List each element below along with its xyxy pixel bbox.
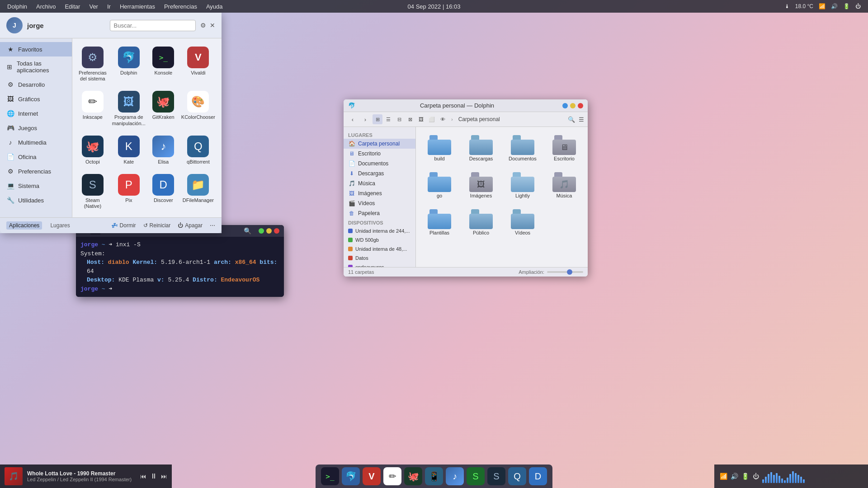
sidebar-descargas[interactable]: ⬇ Descargas <box>344 169 415 178</box>
detail-view-btn[interactable]: ⊟ <box>394 114 404 124</box>
sidebar-item-desarrollo[interactable]: ⚙ Desarrollo <box>0 77 72 92</box>
folder-publico[interactable]: Público <box>462 206 500 239</box>
menu-archivo[interactable]: Archivo <box>36 3 56 10</box>
tab-aplicaciones[interactable]: Aplicaciones <box>6 221 42 230</box>
sidebar-carpeta-personal[interactable]: 🏠 Carpeta personal <box>344 139 415 149</box>
konsole-search-icon[interactable]: 🔍 <box>244 227 251 235</box>
taskbar-steam[interactable]: S <box>487 467 505 485</box>
restart-button[interactable]: ↺ Reiniciar <box>143 222 171 229</box>
sidebar-endeavouros1[interactable]: endeavouros <box>344 263 415 267</box>
app-elisa[interactable]: ♪ Elisa <box>148 131 179 169</box>
dolphin-menu-btn[interactable]: ☰ <box>579 116 584 123</box>
sidebar-videos[interactable]: 🎬 Vídeos <box>344 198 415 208</box>
sys-icon-sound[interactable]: 🔊 <box>730 473 739 480</box>
more-button[interactable]: ⋯ <box>210 222 215 229</box>
sys-icon-power[interactable]: ⏻ <box>751 473 760 480</box>
sidebar-item-internet[interactable]: 🌐 Internet <box>0 106 72 121</box>
folder-plantillas[interactable]: Plantillas <box>420 206 458 239</box>
preview-btn[interactable]: 🖼 <box>416 114 426 124</box>
menu-ir[interactable]: Ir <box>107 3 111 10</box>
zoom-slider[interactable] <box>547 271 583 273</box>
taskbar-vivaldi[interactable]: V <box>363 467 381 485</box>
taskbar-qbit[interactable]: Q <box>508 467 526 485</box>
dolphin-btn-yellow[interactable] <box>570 103 576 108</box>
app-gitkraken[interactable]: 🐙 GitKraken <box>148 86 179 131</box>
sidebar-item-oficina[interactable]: 📄 Oficina <box>0 150 72 164</box>
app-dfilemanager[interactable]: 📁 DFileManager <box>179 169 218 214</box>
sidebar-imagenes[interactable]: 🖼 Imágenes <box>344 188 415 198</box>
dolphin-btn-blue[interactable] <box>562 103 568 108</box>
folder-imagenes[interactable]: 🖼 Imágenes <box>462 169 500 202</box>
compact-view-btn[interactable]: ⊠ <box>405 114 415 124</box>
app-manip[interactable]: 🖼 Programa de manipulación... <box>109 86 148 131</box>
sidebar-item-preferencias[interactable]: ⚙ Preferencias <box>0 164 72 178</box>
sidebar-documentos[interactable]: 📄 Documentos <box>344 159 415 169</box>
sidebar-item-favoritos[interactable]: ★ Favoritos <box>0 42 72 56</box>
app-dolphin[interactable]: 🐬 Dolphin <box>109 42 148 86</box>
sys-icon-battery[interactable]: 🔋 <box>741 473 750 480</box>
sidebar-item-juegos[interactable]: 🎮 Juegos <box>0 121 72 135</box>
app-steam[interactable]: S Steam (Native) <box>76 169 109 214</box>
close-kicker-icon[interactable]: ✕ <box>210 22 215 29</box>
nav-back-btn[interactable]: ‹ <box>347 114 358 125</box>
icon-view-btn[interactable]: ⊞ <box>373 114 382 124</box>
menu-app-name[interactable]: Dolphin <box>7 3 27 10</box>
app-qbittorrent[interactable]: Q qBittorrent <box>179 131 218 169</box>
folder-escritorio[interactable]: 🖥 Escritorio <box>545 131 583 165</box>
app-discover[interactable]: D Discover <box>148 169 179 214</box>
terminal-btn[interactable]: 👁 <box>438 114 448 124</box>
app-octopi[interactable]: 🐙 Octopi <box>76 131 109 169</box>
sys-icon-network[interactable]: 📶 <box>719 473 728 480</box>
sidebar-disk1[interactable]: Unidad interna de 244,... <box>344 226 415 235</box>
taskbar-dolphin[interactable]: 🐬 <box>342 467 360 485</box>
folder-musica[interactable]: 🎵 Música <box>545 169 583 202</box>
menu-ver[interactable]: Ver <box>89 3 98 10</box>
taskbar-spotify[interactable]: S <box>467 467 485 485</box>
app-prefs-sistema[interactable]: ⚙ Preferencias del sistema <box>76 42 109 86</box>
app-vivaldi[interactable]: V Vivaldi <box>179 42 218 86</box>
sidebar-disk3[interactable]: Unidad interna de 48,... <box>344 244 415 253</box>
menu-editar[interactable]: Editar <box>65 3 80 10</box>
sidebar-musica[interactable]: 🎵 Música <box>344 178 415 188</box>
menu-herramientas[interactable]: Herramientas <box>120 3 155 10</box>
sidebar-datos[interactable]: Datos <box>344 253 415 263</box>
folder-documentos[interactable]: Documentos <box>504 131 542 165</box>
app-konsole[interactable]: >_ Konsole <box>148 42 179 86</box>
sidebar-escritorio[interactable]: 🖥 Escritorio <box>344 149 415 159</box>
dolphin-btn-red[interactable] <box>578 103 583 108</box>
taskbar-gitkraken[interactable]: 🐙 <box>404 467 422 485</box>
taskbar-elisa[interactable]: ♪ <box>446 467 464 485</box>
taskbar-kdeconnect[interactable]: 📱 <box>425 467 443 485</box>
folder-go[interactable]: go <box>420 169 458 202</box>
taskbar-inkscape[interactable]: ✏ <box>383 467 401 485</box>
next-btn[interactable]: ⏭ <box>161 473 167 480</box>
sidebar-papelera[interactable]: 🗑 Papelera <box>344 208 415 218</box>
zoom-thumb[interactable] <box>567 269 572 275</box>
folder-descargas[interactable]: Descargas <box>462 131 500 165</box>
konsole-btn-red[interactable] <box>274 228 279 234</box>
search-input[interactable] <box>110 20 196 31</box>
filter-icon[interactable]: ⚙ <box>200 22 206 29</box>
folder-build[interactable]: build <box>420 131 458 165</box>
shutdown-button[interactable]: ⏻ Apagar <box>178 222 203 229</box>
prev-btn[interactable]: ⏮ <box>140 473 146 480</box>
sidebar-item-sistema[interactable]: 💻 Sistema <box>0 178 72 193</box>
app-kcolor[interactable]: 🎨 KColorChooser <box>179 86 218 131</box>
folder-videos[interactable]: Vídeos <box>504 206 542 239</box>
app-inkscape[interactable]: ✏ Inkscape <box>76 86 109 131</box>
list-view-btn[interactable]: ☰ <box>383 114 393 124</box>
nav-forward-btn[interactable]: › <box>360 114 371 125</box>
pause-btn[interactable]: ⏸ <box>150 472 157 480</box>
sidebar-disk2[interactable]: WD 500gb <box>344 235 415 244</box>
dolphin-search-btn[interactable]: 🔍 <box>568 116 575 123</box>
app-kate[interactable]: K Kate <box>109 131 148 169</box>
sidebar-item-graficos[interactable]: 🖼 Gráficos <box>0 92 72 106</box>
konsole-btn-yellow[interactable] <box>266 228 272 234</box>
sleep-button[interactable]: 💤 Dormir <box>111 222 136 229</box>
taskbar-konsole[interactable]: >_ <box>321 467 339 485</box>
tab-lugares[interactable]: Lugares <box>47 221 72 230</box>
menu-ayuda[interactable]: Ayuda <box>206 3 223 10</box>
app-pix[interactable]: P Pix <box>109 169 148 214</box>
split-btn[interactable]: ⬜ <box>427 114 437 124</box>
sidebar-item-multimedia[interactable]: ♪ Multimedia <box>0 135 72 150</box>
